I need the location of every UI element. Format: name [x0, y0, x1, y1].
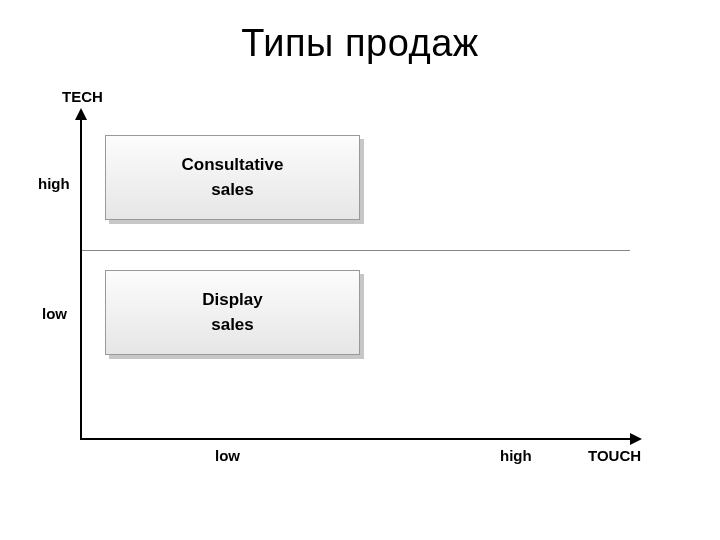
box-line: Consultative: [181, 153, 283, 178]
x-axis-title: TOUCH: [588, 447, 641, 464]
y-axis-line: [80, 110, 82, 440]
box-line: sales: [211, 178, 254, 203]
quadrant-chart: TECH high low low high TOUCH Consultativ…: [80, 110, 640, 440]
y-tick-low: low: [42, 305, 67, 322]
box-line: Display: [202, 288, 262, 313]
midline: [82, 250, 630, 251]
y-tick-high: high: [38, 175, 70, 192]
box-line: sales: [211, 313, 254, 338]
y-axis-arrow-icon: [75, 108, 87, 120]
y-axis-title: TECH: [62, 88, 103, 105]
x-tick-high: high: [500, 447, 532, 464]
x-axis-arrow-icon: [630, 433, 642, 445]
box-display-sales: Display sales: [105, 270, 360, 355]
page-title: Типы продаж: [0, 0, 720, 65]
x-tick-low: low: [215, 447, 240, 464]
x-axis-line: [80, 438, 640, 440]
box-consultative-sales: Consultative sales: [105, 135, 360, 220]
